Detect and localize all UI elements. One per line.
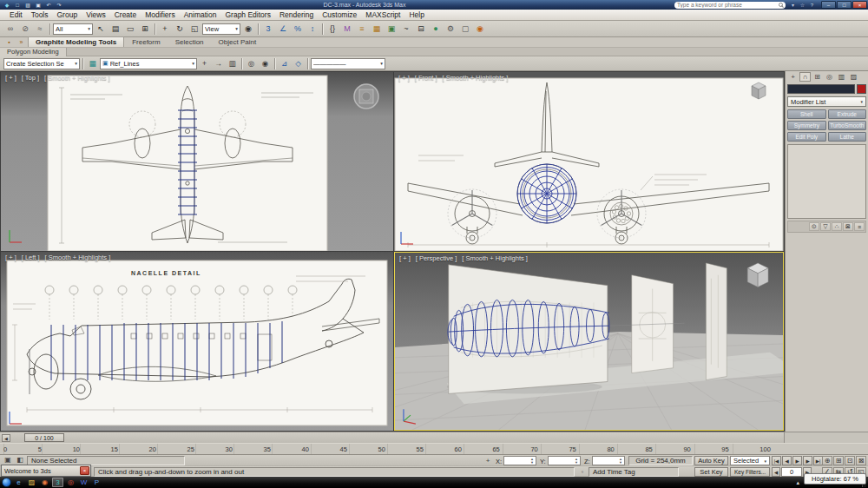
polygon-modeling-panel[interactable]: Polygon Modeling — [0, 48, 67, 56]
viewcube[interactable] — [752, 82, 766, 99]
ribbon-pin-icon[interactable]: ▪ — [3, 37, 15, 47]
selection-set-dropdown[interactable]: Create Selection Se▾ — [3, 58, 80, 69]
menu-animation[interactable]: Animation — [180, 10, 221, 20]
viewport-left[interactable]: NACELLE DETAIL — [1, 252, 393, 431]
lathe-modifier-button[interactable]: Lathe — [828, 132, 867, 142]
viewport-menu-name[interactable]: [ Left ] — [22, 254, 40, 261]
zoom-icon[interactable]: ⊕ — [822, 456, 832, 465]
frame-tick[interactable]: 95 — [721, 445, 728, 453]
taskbar-internet-explorer[interactable]: e — [13, 478, 24, 487]
menu-tools[interactable]: Tools — [27, 10, 53, 20]
close-button[interactable]: × — [852, 1, 867, 9]
current-frame-field[interactable]: 0 — [781, 467, 802, 477]
taskbar-media-player[interactable]: ◉ — [39, 478, 50, 487]
frame-tick[interactable]: 80 — [607, 445, 614, 453]
select-rotate-icon[interactable]: ↻ — [173, 23, 187, 36]
object-color-swatch[interactable] — [857, 84, 866, 94]
x-coordinate-field[interactable]: ▲▼ — [503, 456, 536, 465]
utilities-tab-icon[interactable]: ▨ — [848, 72, 859, 82]
play-button[interactable]: ▶ — [792, 456, 802, 465]
help-icon[interactable]: ? — [808, 1, 816, 9]
viewport-menu-shading[interactable]: [ Smooth + Highlights ] — [44, 74, 110, 82]
render-production-icon[interactable]: ◉ — [473, 23, 487, 36]
align-icon[interactable]: ≡ — [355, 23, 369, 36]
unlink-selection-icon[interactable]: ⊘ — [18, 23, 32, 36]
use-center-icon[interactable]: ◉ — [259, 58, 272, 69]
zoom-all-icon[interactable]: ⊞ — [833, 456, 844, 465]
pin-stack-icon[interactable]: ⊙ — [809, 222, 819, 231]
edit-named-sets-icon[interactable]: {} — [326, 23, 339, 36]
angle-snap-icon[interactable]: ∠ — [276, 23, 290, 36]
modifier-list-dropdown[interactable]: Modifier List ▾ — [787, 96, 866, 107]
frame-tick[interactable]: 75 — [569, 445, 575, 453]
y-coordinate-field[interactable]: ▲▼ — [548, 456, 581, 465]
ribbon-tab-freeform[interactable]: Freeform — [125, 36, 167, 47]
frame-tick[interactable]: 45 — [340, 445, 347, 453]
frame-tick[interactable]: 40 — [302, 445, 309, 453]
menu-edit[interactable]: Edit — [5, 10, 27, 20]
viewport-perspective[interactable]: [ + ] [ Perspective ] [ Smooth + Highlig… — [394, 252, 784, 431]
new-file-icon[interactable]: □ — [13, 1, 22, 9]
layer-dropdown[interactable]: ▣Ref_Lines▾ — [100, 58, 197, 69]
create-tab-icon[interactable]: + — [787, 72, 799, 82]
menu-create[interactable]: Create — [110, 10, 141, 20]
viewport-top[interactable]: [ + ] [ Top ] [ Smooth + Highlights ] — [1, 72, 393, 251]
selection-filter-dropdown[interactable]: All▾ — [53, 23, 93, 35]
taskbar-paint[interactable]: P — [91, 478, 102, 487]
zoom-extents-icon[interactable]: ⊡ — [845, 456, 855, 465]
time-slider-handle[interactable]: 0 / 100 — [24, 433, 64, 442]
start-button[interactable] — [2, 478, 11, 487]
isolate-selection-icon[interactable]: ◧ — [15, 456, 25, 464]
transform-typein-icon[interactable]: + — [483, 456, 493, 465]
favorites-icon[interactable]: ☆ — [799, 1, 806, 9]
search-dropdown-icon[interactable]: ▾ — [789, 1, 797, 9]
viewport-menu-shading[interactable]: [ Smooth + Highlights ] — [443, 74, 509, 82]
menu-help[interactable]: Help — [404, 10, 428, 20]
frame-tick[interactable]: 30 — [226, 445, 233, 453]
layer-manager-icon[interactable]: ▦ — [370, 23, 384, 36]
select-and-link-icon[interactable]: ∞ — [3, 23, 17, 36]
taskbar-chrome[interactable]: ◎ — [65, 478, 76, 487]
redo-icon[interactable]: ↷ — [55, 1, 63, 9]
object-name-field[interactable] — [787, 84, 855, 94]
track-bar[interactable]: 0510152025303540455055606570758085909510… — [0, 443, 868, 454]
frame-tick[interactable]: 55 — [416, 445, 423, 453]
taskbar-word[interactable]: W — [78, 478, 89, 487]
schematic-view-icon[interactable]: ⊟ — [414, 23, 428, 36]
viewport-menu-plus[interactable]: [ + ] — [398, 74, 410, 82]
viewport-menu-plus[interactable]: [ + ] — [399, 254, 411, 262]
spinner-snap-icon[interactable]: ↕ — [306, 23, 319, 36]
viewcube[interactable] — [747, 263, 768, 287]
save-file-icon[interactable]: ▣ — [34, 1, 43, 9]
open-file-icon[interactable]: ▨ — [23, 1, 32, 9]
menu-group[interactable]: Group — [53, 10, 82, 20]
frame-tick[interactable]: 70 — [530, 445, 537, 453]
ribbon-toggle-icon[interactable]: ▣ — [385, 23, 398, 36]
titlebar[interactable]: ◆□▨▣↶↷ DC-3.max - Autodesk 3ds Max ▾☆? –… — [0, 0, 868, 10]
select-layer-objects-icon[interactable]: ▥ — [226, 58, 239, 69]
undo-icon[interactable]: ↶ — [44, 1, 53, 9]
menu-rendering[interactable]: Rendering — [275, 10, 318, 20]
menu-graph-editors[interactable]: Graph Editors — [220, 10, 274, 20]
viewport-menu-name[interactable]: [ Perspective ] — [416, 254, 457, 262]
material-editor-icon[interactable]: ● — [429, 23, 443, 36]
show-end-result-icon[interactable]: ▽ — [820, 222, 831, 231]
maximize-button[interactable]: □ — [837, 1, 852, 9]
zoom-extents-all-icon[interactable]: ⊠ — [856, 456, 866, 465]
rendered-frame-icon[interactable]: ▢ — [458, 23, 472, 36]
menu-views[interactable]: Views — [82, 10, 110, 20]
select-by-name-icon[interactable]: ▤ — [108, 23, 122, 36]
menu-modifiers[interactable]: Modifiers — [141, 10, 179, 20]
search-input[interactable] — [677, 2, 779, 8]
add-to-layer-icon[interactable]: → — [212, 58, 225, 69]
set-key-button[interactable]: Set Key — [694, 467, 728, 477]
frame-tick[interactable]: 5 — [38, 445, 42, 453]
key-filters-button[interactable]: Key Filters... — [730, 467, 770, 477]
curve-editor-icon[interactable]: ~ — [399, 23, 413, 36]
snaps-toggle-icon[interactable]: 3 — [261, 23, 275, 36]
frame-tick[interactable]: 20 — [149, 445, 156, 453]
edit-poly-modifier-button[interactable]: Edit Poly — [787, 132, 826, 142]
viewport-menu-shading[interactable]: [ Smooth + Highlights ] — [45, 254, 111, 261]
frame-tick[interactable]: 90 — [683, 445, 690, 453]
hierarchy-tab-icon[interactable]: ⊞ — [812, 72, 823, 82]
